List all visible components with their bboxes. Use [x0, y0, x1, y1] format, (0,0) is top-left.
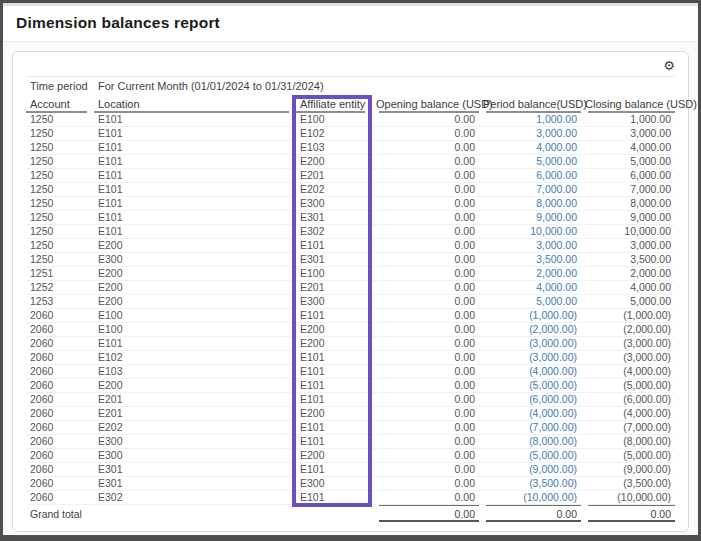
cell-closing-balance: (3,500.00) [581, 477, 675, 491]
cell-period-balance[interactable]: (9,000.00) [479, 463, 581, 477]
cell-period-balance[interactable]: (4,000.00) [479, 407, 581, 421]
cell-opening-balance: 0.00 [372, 211, 479, 225]
column-header-closing-balance: Closing balance (USD) [581, 97, 675, 113]
table-row: 2060E202E1010.00(7,000.00)(7,000.00) [26, 421, 675, 435]
cell-closing-balance: (6,000.00) [581, 393, 675, 407]
cell-location: E200 [94, 267, 296, 281]
cell-period-balance[interactable]: 5,000.00 [479, 155, 581, 169]
cell-account: 1250 [26, 253, 94, 267]
time-period-label: Time period [26, 79, 94, 97]
cell-location: E101 [94, 225, 296, 239]
cell-period-balance[interactable]: (5,000.00) [479, 379, 581, 393]
cell-period-balance[interactable]: 3,000.00 [479, 239, 581, 253]
cell-location: E101 [94, 155, 296, 169]
cell-opening-balance: 0.00 [372, 449, 479, 463]
cell-opening-balance: 0.00 [372, 169, 479, 183]
cell-account: 1250 [26, 239, 94, 253]
cell-location: E202 [94, 421, 296, 435]
cell-closing-balance: (3,000.00) [581, 337, 675, 351]
report-card: ⚙ Time period For Current Month (01/01/2… [12, 51, 689, 532]
time-period-row: Time period For Current Month (01/01/202… [26, 79, 675, 97]
cell-period-balance[interactable]: 3,000.00 [479, 127, 581, 141]
cell-period-balance[interactable]: (3,000.00) [479, 337, 581, 351]
cell-closing-balance: 4,000.00 [581, 281, 675, 295]
cell-account: 1250 [26, 127, 94, 141]
cell-period-balance[interactable]: 8,000.00 [479, 197, 581, 211]
cell-opening-balance: 0.00 [372, 351, 479, 365]
cell-affiliate-entity: E301 [296, 253, 372, 267]
cell-period-balance[interactable]: (4,000.00) [479, 365, 581, 379]
cell-period-balance[interactable]: (6,000.00) [479, 393, 581, 407]
cell-period-balance[interactable]: (8,000.00) [479, 435, 581, 449]
cell-affiliate-entity: E101 [296, 379, 372, 393]
cell-location: E101 [94, 113, 296, 127]
cell-opening-balance: 0.00 [372, 197, 479, 211]
cell-account: 1250 [26, 155, 94, 169]
cell-account: 2060 [26, 309, 94, 323]
cell-location: E200 [94, 295, 296, 309]
cell-closing-balance: 6,000.00 [581, 169, 675, 183]
cell-period-balance[interactable]: 4,000.00 [479, 141, 581, 155]
cell-period-balance[interactable]: (5,000.00) [479, 449, 581, 463]
cell-period-balance[interactable]: (1,000.00) [479, 309, 581, 323]
cell-affiliate-entity: E301 [296, 211, 372, 225]
cell-closing-balance: 7,000.00 [581, 183, 675, 197]
cell-opening-balance: 0.00 [372, 407, 479, 421]
cell-period-balance[interactable]: 4,000.00 [479, 281, 581, 295]
cell-closing-balance: 9,000.00 [581, 211, 675, 225]
cell-period-balance[interactable]: 9,000.00 [479, 211, 581, 225]
cell-affiliate-entity: E200 [296, 407, 372, 421]
cell-period-balance[interactable]: 7,000.00 [479, 183, 581, 197]
cell-account: 2060 [26, 393, 94, 407]
gear-icon[interactable]: ⚙ [663, 59, 675, 73]
column-header-opening-balance: Opening balance (USD) [372, 97, 479, 113]
table-row: 1253E200E3000.005,000.005,000.00 [26, 295, 675, 309]
table-row: 2060E300E1010.00(8,000.00)(8,000.00) [26, 435, 675, 449]
cell-period-balance[interactable]: 10,000.00 [479, 225, 581, 239]
cell-affiliate-entity: E100 [296, 267, 372, 281]
cell-account: 2060 [26, 351, 94, 365]
column-header-location: Location [94, 97, 296, 113]
cell-location: E301 [94, 463, 296, 477]
cell-period-balance[interactable]: (10,000.00) [479, 491, 581, 505]
table-row: 1250E300E3010.003,500.003,500.00 [26, 253, 675, 267]
cell-affiliate-entity: E202 [296, 183, 372, 197]
cell-location: E201 [94, 407, 296, 421]
cell-period-balance[interactable]: 3,500.00 [479, 253, 581, 267]
cell-period-balance[interactable]: (2,000.00) [479, 323, 581, 337]
cell-location: E201 [94, 393, 296, 407]
cell-opening-balance: 0.00 [372, 155, 479, 169]
cell-affiliate-entity: E101 [296, 393, 372, 407]
cell-opening-balance: 0.00 [372, 113, 479, 127]
cell-closing-balance: (2,000.00) [581, 323, 675, 337]
cell-closing-balance: 5,000.00 [581, 155, 675, 169]
cell-location: E200 [94, 239, 296, 253]
table-row: 2060E100E2000.00(2,000.00)(2,000.00) [26, 323, 675, 337]
cell-closing-balance: (3,000.00) [581, 351, 675, 365]
cell-account: 1250 [26, 197, 94, 211]
cell-period-balance[interactable]: 2,000.00 [479, 267, 581, 281]
cell-location: E101 [94, 169, 296, 183]
cell-period-balance[interactable]: 6,000.00 [479, 169, 581, 183]
cell-closing-balance: 4,000.00 [581, 141, 675, 155]
cell-affiliate-entity: E101 [296, 365, 372, 379]
cell-closing-balance: (4,000.00) [581, 407, 675, 421]
table-row: 1250E101E1000.001,000.001,000.00 [26, 113, 675, 127]
cell-opening-balance: 0.00 [372, 127, 479, 141]
cell-period-balance[interactable]: (7,000.00) [479, 421, 581, 435]
cell-location: E200 [94, 379, 296, 393]
cell-location: E101 [94, 211, 296, 225]
cell-account: 1250 [26, 211, 94, 225]
cell-account: 2060 [26, 435, 94, 449]
grand-total-opening: 0.00 [372, 505, 479, 524]
cell-opening-balance: 0.00 [372, 491, 479, 505]
table-row: 2060E102E1010.00(3,000.00)(3,000.00) [26, 351, 675, 365]
cell-affiliate-entity: E200 [296, 323, 372, 337]
cell-period-balance[interactable]: (3,000.00) [479, 351, 581, 365]
cell-period-balance[interactable]: 5,000.00 [479, 295, 581, 309]
cell-period-balance[interactable]: (3,500.00) [479, 477, 581, 491]
cell-account: 1251 [26, 267, 94, 281]
column-header-period-balance: Period balance(USD) [479, 97, 581, 113]
cell-period-balance[interactable]: 1,000.00 [479, 113, 581, 127]
cell-affiliate-entity: E102 [296, 127, 372, 141]
